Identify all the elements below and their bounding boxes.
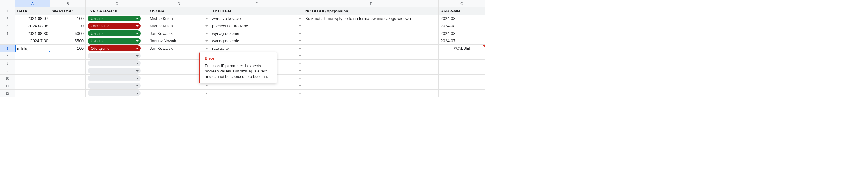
cell-C4[interactable]: Uznanie [86,30,148,37]
dropdown-arrow-icon[interactable] [299,78,301,79]
cell-F2[interactable]: Brak notatki nie wpłynie to na formatowa… [303,15,439,22]
dropdown-arrow-icon[interactable] [299,40,301,42]
dropdown-arrow-icon[interactable] [299,63,301,64]
cell-A11[interactable] [15,82,50,89]
cell-C8[interactable] [86,60,148,67]
cell-G12[interactable] [439,89,485,97]
cell-G11[interactable] [439,82,485,89]
fill-handle[interactable] [49,51,50,52]
cell-C2[interactable]: Uznanie [86,15,148,22]
cell-E4[interactable]: wynagrodzenie [210,30,303,37]
cell-F9[interactable] [303,67,439,75]
cell-C6[interactable]: Obciążenie [86,45,148,52]
cell-D5[interactable]: Janusz Nowak [148,37,210,45]
cell-B3[interactable]: 20 [50,22,86,30]
column-header-B[interactable]: B [50,0,86,7]
dropdown-arrow-icon[interactable] [206,85,208,86]
dropdown-arrow-icon[interactable] [206,40,208,42]
operation-pill-empty[interactable] [88,90,141,96]
cell-F1[interactable]: NOTATKA (opcjonalna) [303,7,439,15]
row-header-6[interactable]: 6 [0,45,15,52]
cell-E3[interactable]: przelew na urodziny [210,22,303,30]
cell-F10[interactable] [303,75,439,82]
operation-pill-empty[interactable] [88,68,141,74]
cell-B10[interactable] [50,75,86,82]
column-header-F[interactable]: F [303,0,439,7]
dropdown-arrow-icon[interactable] [299,26,301,27]
cell-B5[interactable]: 5500 [50,37,86,45]
dropdown-arrow-icon[interactable] [206,26,208,27]
operation-pill[interactable]: Uznanie [88,30,141,36]
operation-pill[interactable]: Obciążenie [88,46,141,51]
cell-G8[interactable] [439,60,485,67]
row-header-3[interactable]: 3 [0,22,15,30]
column-header-A[interactable]: A [15,0,50,7]
dropdown-arrow-icon[interactable] [299,70,301,72]
cell-G3[interactable]: 2024-08 [439,22,485,30]
cell-E12[interactable] [210,89,303,97]
cell-B7[interactable] [50,52,86,60]
row-header-12[interactable]: 12 [0,89,15,97]
cell-D12[interactable] [148,89,210,97]
cell-B8[interactable] [50,60,86,67]
operation-pill-empty[interactable] [88,83,141,89]
cell-F11[interactable] [303,82,439,89]
dropdown-arrow-icon[interactable] [206,48,208,49]
cell-C3[interactable]: Obciążenie [86,22,148,30]
row-header-2[interactable]: 2 [0,15,15,22]
row-header-5[interactable]: 5 [0,37,15,45]
select-all-corner[interactable] [0,0,15,7]
cell-G2[interactable]: 2024-08 [439,15,485,22]
cell-F6[interactable] [303,45,439,52]
operation-pill[interactable]: Uznanie [88,38,141,44]
cell-A4[interactable]: 2024-08-30 [15,30,50,37]
cell-F4[interactable] [303,30,439,37]
cell-F7[interactable] [303,52,439,60]
row-header-10[interactable]: 10 [0,75,15,82]
row-header-7[interactable]: 7 [0,52,15,60]
cell-B4[interactable]: 5000 [50,30,86,37]
cell-A10[interactable] [15,75,50,82]
cell-F5[interactable] [303,37,439,45]
row-header-8[interactable]: 8 [0,60,15,67]
cell-F12[interactable] [303,89,439,97]
dropdown-arrow-icon[interactable] [206,33,208,34]
cell-B12[interactable] [50,89,86,97]
cell-B11[interactable] [50,82,86,89]
cell-A1[interactable]: DATA [15,7,50,15]
dropdown-arrow-icon[interactable] [206,93,208,94]
row-header-1[interactable]: 1 [0,7,15,15]
cell-G1[interactable]: RRRR-MM [439,7,485,15]
dropdown-arrow-icon[interactable] [299,18,301,19]
cell-C10[interactable] [86,75,148,82]
cell-G6[interactable]: #VALUE! [439,45,485,52]
cell-A12[interactable] [15,89,50,97]
cell-G7[interactable] [439,52,485,60]
cell-B6[interactable]: 100 [50,45,86,52]
cell-A5[interactable]: 2024.7.30 [15,37,50,45]
cell-A2[interactable]: 2024-08-07 [15,15,50,22]
dropdown-arrow-icon[interactable] [299,85,301,86]
dropdown-arrow-icon[interactable] [299,93,301,94]
column-header-D[interactable]: D [148,0,210,7]
row-header-11[interactable]: 11 [0,82,15,89]
dropdown-arrow-icon[interactable] [299,48,301,49]
row-header-9[interactable]: 9 [0,67,15,75]
cell-E6[interactable]: rata za tv [210,45,303,52]
dropdown-arrow-icon[interactable] [206,18,208,19]
cell-C11[interactable] [86,82,148,89]
cell-A6[interactable]: dzisiaj [15,45,50,52]
operation-pill-empty[interactable] [88,53,141,59]
cell-D1[interactable]: OSOBA [148,7,210,15]
column-header-G[interactable]: G [439,0,485,7]
column-header-E[interactable]: E [210,0,303,7]
cell-C7[interactable] [86,52,148,60]
cell-B1[interactable]: WARTOŚĆ [50,7,86,15]
column-header-C[interactable]: C [86,0,148,7]
operation-pill[interactable]: Uznanie [88,16,141,22]
cell-A3[interactable]: 2024.08.08 [15,22,50,30]
cell-G4[interactable]: 2024-08 [439,30,485,37]
cell-E1[interactable]: TYTUŁEM [210,7,303,15]
cell-F3[interactable] [303,22,439,30]
cell-D6[interactable]: Jan Kowalski [148,45,210,52]
